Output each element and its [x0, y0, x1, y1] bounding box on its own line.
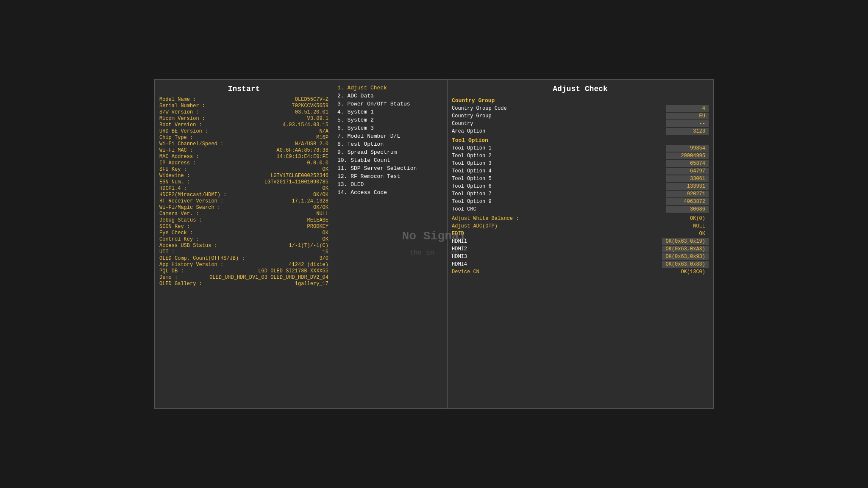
adjust-value: NULL [666, 223, 709, 230]
info-label: S/W Version : [159, 109, 199, 115]
info-value: LGD_OLED_SI2178B_XXXX55 [258, 268, 328, 274]
info-label: Eye Check : [159, 230, 193, 236]
info-label: Chip Type : [159, 135, 193, 141]
adjust-label: Tool Option 5 [452, 176, 492, 182]
adjust-value: 133931 [666, 183, 709, 190]
info-value: OLED55C7V-Z [295, 97, 328, 103]
menu-item[interactable]: 1. Adjust Check [337, 85, 443, 91]
info-label: HDCP2(Miracast/HDMI) : [159, 192, 226, 198]
adjust-label: Tool Option 9 [452, 199, 492, 205]
menu-item[interactable]: 12. RF Remocon Test [337, 173, 443, 180]
info-label: Access USB Status : [159, 243, 217, 249]
menu-item[interactable]: 9. Spread Spectrum [337, 149, 443, 155]
adjust-label: HDMI1 [452, 238, 467, 244]
adjust-label: Tool Option 6 [452, 183, 492, 189]
info-row: Widevine :LGTV17CLGE000252346 [159, 173, 328, 179]
info-value: 14:C9:13:E4:E0:FE [277, 154, 328, 160]
menu-item[interactable]: 7. Model Number D/L [337, 133, 443, 139]
info-value: PRODKEY [307, 224, 328, 230]
screen: Instart Model Name :OLED55C7V-ZSerial Nu… [154, 79, 714, 409]
menu-item[interactable]: 3. Power On/Off Status [337, 101, 443, 107]
adjust-section: Tool OptionTool Option 199854Tool Option… [452, 137, 709, 213]
adjust-row: Tool Option 229904995 [452, 152, 709, 159]
adjust-value: 3123 [666, 128, 709, 135]
adjust-label: Tool CRC [452, 206, 476, 212]
adjust-value: 4063872 [666, 198, 709, 205]
info-value: RELEASE [307, 217, 328, 223]
adjust-label: Area Option [452, 128, 485, 134]
menu-item[interactable]: 13. OLED [337, 181, 443, 188]
adjust-row: Device CNOK(13C0) [452, 269, 709, 275]
adjust-value: OK(0x63,0x19) [662, 238, 709, 245]
adjust-row: Tool Option 365874 [452, 160, 709, 167]
adjust-label: Country Group Code [452, 105, 507, 111]
adjust-value: OK(0x63,0xA3) [662, 246, 709, 252]
adjust-row: Country Group Code4 [452, 105, 709, 112]
adjust-label: EDID [452, 231, 464, 237]
adjust-row: Tool Option 199854 [452, 145, 709, 152]
adjust-section: Country GroupCountry Group Code4Country … [452, 97, 709, 135]
info-row: Control Key :OK [159, 236, 328, 242]
adjust-value: 30686 [666, 206, 709, 213]
info-row: MAC Address :14:C9:13:E4:E0:FE [159, 154, 328, 160]
info-row: UHD BE Version :N/A [159, 128, 328, 134]
info-row: HDCP1.4 :OK [159, 186, 328, 191]
info-label: IP Address : [159, 160, 196, 166]
adjust-row: Tool Option 94063872 [452, 198, 709, 205]
info-value: A0:6F:AA:85:78:38 [277, 147, 328, 153]
adjust-label: Country [452, 121, 473, 127]
menu-item[interactable]: 2. ADC Data [337, 93, 443, 99]
info-label: OLED Comp. Count(OffRS/JB) : [159, 255, 245, 261]
adjust-value: OK(0) [666, 215, 709, 222]
adjust-value: 920271 [666, 191, 709, 197]
adjust-label: Tool Option 1 [452, 145, 492, 151]
adjust-row: HDMI4OK(0x63,0x83) [452, 261, 709, 268]
info-label: Widevine : [159, 173, 190, 179]
adjust-value: 33061 [666, 175, 709, 182]
adjust-row: Tool Option 6133931 [452, 183, 709, 190]
info-label: App History Version : [159, 262, 223, 268]
adjust-value: -- [666, 120, 709, 127]
adjust-value: 29904995 [666, 152, 709, 159]
info-label: Camera Ver. : [159, 211, 199, 217]
info-value: NULL [316, 211, 328, 217]
info-value: V3.09.1 [307, 116, 328, 122]
menu-item[interactable]: 14. Access Code [337, 189, 443, 196]
info-label: RF Receiver Version : [159, 198, 223, 204]
info-row: IP Address :0.0.0.0 [159, 160, 328, 166]
panel-left: Instart Model Name :OLED55C7V-ZSerial Nu… [155, 80, 333, 408]
adjust-label: Tool Option 2 [452, 153, 492, 159]
menu-item[interactable]: 5. System 2 [337, 117, 443, 123]
adjust-row: EDIDOK [452, 230, 709, 237]
menu-item[interactable]: 8. Test Option [337, 141, 443, 147]
info-row: Wi-Fi Channel/Speed :N/A/USB 2.0 [159, 141, 328, 147]
right-title: Adjust Check [452, 85, 709, 93]
info-row: Micom Version :V3.09.1 [159, 116, 328, 122]
menu-item[interactable]: 4. System 1 [337, 109, 443, 115]
info-value: igallery_17 [295, 281, 328, 287]
adjust-row: Tool Option 533061 [452, 175, 709, 182]
info-value: OK [323, 230, 328, 236]
info-row: ESN Num. :LGTV20171=11001090785 [159, 179, 328, 185]
info-value: OLED_UHD_HDR_DV1_03 OLED_UHD_HDR_DV2_04 [209, 274, 328, 280]
info-value: N/A/USB 2.0 [295, 141, 328, 147]
info-row: UTT :16 [159, 249, 328, 255]
menu-item[interactable]: 6. System 3 [337, 125, 443, 131]
adjust-row: Tool CRC30686 [452, 206, 709, 213]
menu-item[interactable]: 11. SDP Server Selection [337, 165, 443, 172]
adjust-label: HDMI3 [452, 254, 467, 260]
info-value: OK/OK [313, 192, 328, 198]
info-label: Boot Version : [159, 122, 202, 128]
info-row: Demo :OLED_UHD_HDR_DV1_03 OLED_UHD_HDR_D… [159, 274, 328, 280]
info-row: SFU Key :OK [159, 166, 328, 172]
info-value: 16 [323, 249, 328, 255]
adjust-value: OK [666, 230, 709, 237]
info-row: Chip Type :M16P [159, 135, 328, 141]
adjust-label: Adjust ADC(OTP) [452, 223, 498, 229]
info-row: Wi-Fi/Magic Search :OK/OK [159, 205, 328, 211]
menu-item[interactable]: 10. Stable Count [337, 157, 443, 164]
info-label: UHD BE Version : [159, 128, 208, 134]
info-label: MAC Address : [159, 154, 199, 160]
info-label: Control Key : [159, 236, 199, 242]
info-label: SIGN Key : [159, 224, 190, 230]
